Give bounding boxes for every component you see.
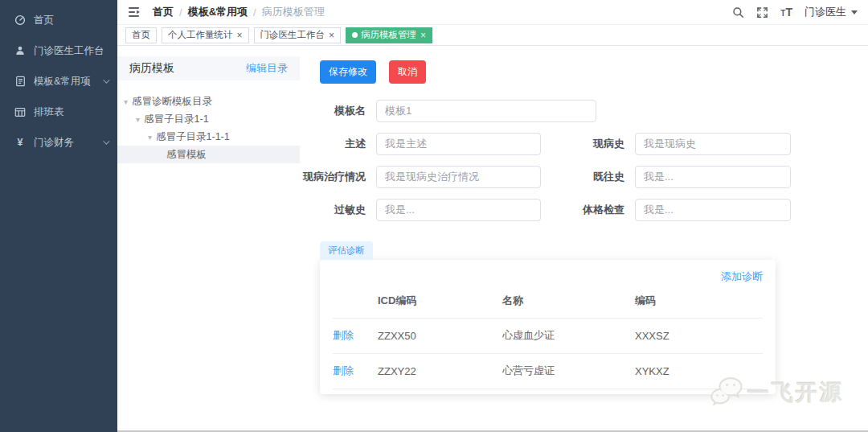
cell-icd: ZZXY22	[378, 354, 502, 389]
chief-complaint-label: 主述	[301, 137, 366, 151]
sidebar-item-home[interactable]: 首页	[0, 5, 117, 35]
schedule-table-icon	[14, 105, 27, 118]
tree-node-label: 感冒诊断模板目录	[132, 95, 212, 109]
tag-doctor-workbench[interactable]: 门诊医生工作台 ×	[254, 27, 342, 43]
present-illness-field[interactable]	[635, 133, 791, 155]
diagnosis-table: ICD编码 名称 编码 删除 ZZXX50 心虚血少证 XXXSZ	[333, 289, 763, 389]
column-header-actions	[333, 289, 378, 319]
app-window: 首页 门诊医生工作台 模板&常用项	[0, 0, 868, 432]
tag-label: 个人工作量统计	[168, 29, 233, 41]
tag-label: 病历模板管理	[361, 29, 416, 41]
cell-name: 心营亏虚证	[502, 354, 635, 389]
edit-directory-link[interactable]: 编辑目录	[246, 61, 288, 76]
tag-label: 门诊医生工作台	[260, 29, 326, 41]
delete-link[interactable]: 删除	[333, 364, 354, 376]
template-name-label: 模板名	[301, 104, 366, 118]
sidebar-item-label: 首页	[34, 14, 54, 27]
tree-node-label: 感冒模板	[166, 148, 207, 162]
tree-node-sub1[interactable]: ▾ 感冒子目录1-1	[117, 110, 300, 128]
column-header-icd: ICD编码	[378, 289, 502, 319]
breadcrumb-separator: /	[253, 6, 256, 19]
breadcrumb-separator: /	[179, 6, 182, 19]
close-icon[interactable]: ×	[237, 31, 243, 40]
close-icon[interactable]: ×	[420, 31, 426, 40]
panel-title: 病历模板	[129, 61, 174, 76]
tree-node-root[interactable]: ▾ 感冒诊断模板目录	[117, 93, 300, 110]
save-button[interactable]: 保存修改	[320, 60, 376, 84]
active-tag-dot	[352, 32, 358, 38]
column-header-name: 名称	[502, 289, 635, 319]
tag-template-management-active[interactable]: 病历模板管理 ×	[346, 27, 432, 43]
tags-view-bar: 首页 个人工作量统计 × 门诊医生工作台 × 病历模板管理 ×	[117, 25, 868, 46]
form-row-template-name: 模板名	[301, 100, 868, 122]
template-panel-header: 病历模板 编辑目录	[117, 56, 300, 80]
user-icon	[14, 44, 27, 57]
table-row: 删除 ZZXY22 心营亏虚证 XYKXZ	[333, 354, 763, 389]
chevron-down-icon	[103, 76, 109, 83]
tree-node-label: 感冒子目录1-1	[144, 113, 209, 126]
search-icon[interactable]	[732, 6, 744, 19]
form-row-3: 现病治疗情况 既往史	[301, 166, 868, 188]
breadcrumb-item-current: 病历模板管理	[262, 5, 325, 19]
close-icon[interactable]: ×	[329, 31, 334, 40]
font-size-icon[interactable]: TT	[780, 5, 792, 19]
tree-caret-icon[interactable]: ▾	[124, 97, 128, 106]
sidebar-item-label: 门诊医生工作台	[34, 44, 104, 58]
template-name-field[interactable]	[376, 100, 596, 122]
user-name: 门诊医生	[805, 5, 846, 19]
template-form: 保存修改 取消 模板名 主述 现病史 现病治疗情况	[320, 60, 868, 394]
sidebar-item-doctor-workbench[interactable]: 门诊医生工作台	[0, 35, 117, 66]
user-dropdown[interactable]: 门诊医生	[805, 5, 858, 19]
yuan-currency-icon: ¥	[14, 136, 27, 149]
sidebar-item-schedule[interactable]: 排班表	[0, 97, 117, 127]
cell-code: XXXSZ	[635, 319, 763, 354]
breadcrumb-item-home[interactable]: 首页	[153, 5, 174, 19]
tree-caret-icon[interactable]: ▾	[148, 133, 152, 142]
tree-caret-icon[interactable]: ▾	[136, 115, 140, 124]
breadcrumb-item-templates[interactable]: 模板&常用项	[188, 5, 248, 19]
form-fields: 模板名 主述 现病史 现病治疗情况 既往史	[301, 100, 868, 221]
allergy-history-field[interactable]	[376, 199, 541, 221]
tag-home[interactable]: 首页	[125, 27, 157, 43]
cell-code: XYKXZ	[635, 354, 763, 389]
main-area: 首页 / 模板&常用项 / 病历模板管理 TT	[117, 0, 868, 432]
tree-node-label: 感冒子目录1-1-1	[156, 130, 230, 144]
sidebar-item-finance[interactable]: ¥ 门诊财务	[0, 127, 117, 158]
diagnosis-card: 添加诊断 ICD编码 名称 编码 删除	[320, 260, 776, 394]
cell-name: 心虚血少证	[502, 319, 635, 354]
past-history-field[interactable]	[635, 166, 791, 188]
add-diagnosis-link[interactable]: 添加诊断	[333, 269, 763, 284]
top-navbar: 首页 / 模板&常用项 / 病历模板管理 TT	[117, 0, 868, 25]
navbar-actions: TT 门诊医生	[732, 5, 858, 19]
sidebar-item-label: 门诊财务	[34, 136, 74, 150]
delete-link[interactable]: 删除	[333, 329, 354, 341]
chief-complaint-field[interactable]	[376, 133, 541, 155]
table-row: 删除 ZZXX50 心虚血少证 XXXSZ	[333, 319, 763, 354]
cancel-button[interactable]: 取消	[389, 60, 426, 84]
treatment-status-field[interactable]	[376, 166, 541, 188]
present-illness-label: 现病史	[559, 137, 624, 151]
tab-assessment-diagnosis[interactable]: 评估诊断	[320, 241, 373, 260]
column-header-code: 编码	[635, 289, 763, 319]
sidebar-item-templates[interactable]: 模板&常用项	[0, 66, 117, 97]
cell-icd: ZZXX50	[378, 319, 502, 354]
page-content: 病历模板 编辑目录 ▾ 感冒诊断模板目录 ▾ 感冒子目录1-1 ▾ 感冒子目录1…	[117, 46, 868, 432]
template-tree: ▾ 感冒诊断模板目录 ▾ 感冒子目录1-1 ▾ 感冒子目录1-1-1 感冒模板	[117, 93, 300, 163]
sidebar-item-label: 模板&常用项	[34, 75, 91, 88]
tag-personal-workload[interactable]: 个人工作量统计 ×	[162, 27, 249, 43]
physical-exam-label: 体格检查	[559, 203, 624, 217]
form-row-2: 主述 现病史	[301, 133, 868, 155]
chevron-down-icon	[103, 138, 109, 144]
font-size-large-glyph: T	[785, 6, 792, 19]
form-row-4: 过敏史 体格检查	[301, 199, 868, 221]
breadcrumb: 首页 / 模板&常用项 / 病历模板管理	[153, 5, 325, 19]
allergy-history-label: 过敏史	[301, 203, 366, 217]
caret-down-icon	[851, 10, 858, 14]
dashboard-icon	[14, 14, 27, 27]
sidebar-toggle-hamburger-icon[interactable]	[128, 6, 141, 18]
physical-exam-field[interactable]	[635, 199, 791, 221]
sidebar: 首页 门诊医生工作台 模板&常用项	[0, 0, 117, 432]
fullscreen-icon[interactable]	[756, 6, 768, 19]
tree-node-sub2[interactable]: ▾ 感冒子目录1-1-1	[117, 128, 300, 146]
tree-node-template-selected[interactable]: 感冒模板	[117, 146, 300, 163]
